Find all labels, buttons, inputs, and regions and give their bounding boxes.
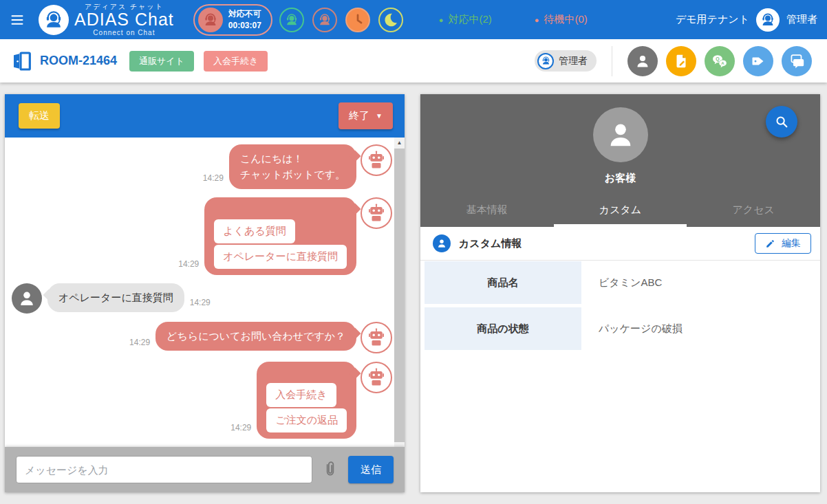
salmon-dot-icon: ● xyxy=(535,16,539,24)
bot-avatar-icon xyxy=(361,197,392,229)
bot-avatar-icon xyxy=(361,362,392,393)
attachment-paperclip-icon[interactable] xyxy=(321,461,339,479)
assigned-operator-chip[interactable]: 管理者 xyxy=(535,50,597,72)
custom-info-title: カスタム情報 xyxy=(459,237,755,250)
user-message-bubble: オペレーターに直接質問 xyxy=(47,283,184,313)
green-dot-icon: ● xyxy=(439,16,444,24)
edit-button-label: 編集 xyxy=(782,237,801,250)
brand-title: ADIAS Chat xyxy=(74,10,174,30)
search-button[interactable] xyxy=(766,106,797,138)
dropdown-caret-icon: ▼ xyxy=(376,112,383,120)
operator-headset-icon xyxy=(537,53,554,69)
chat-message-bot: 14:29 どちらについてお問い合わせですか？ xyxy=(12,322,392,353)
chat-message-bot-buttons: 14:29 よくある質問 オペレーターに直接質問 xyxy=(12,197,392,275)
tab-basic-info[interactable]: 基本情報 xyxy=(420,195,554,227)
message-area: 14:29 こんにちは！ チャットボットです。 14:29 よくある質問 オペレ… xyxy=(5,138,405,492)
field-row: 商品の状態 パッケージの破損 xyxy=(425,307,820,350)
status-available-icon[interactable] xyxy=(279,8,304,32)
operator-name: 管理者 xyxy=(559,55,588,67)
bot-avatar-icon xyxy=(361,144,392,176)
bot-avatar-icon xyxy=(361,322,392,353)
field-row: 商品名 ビタミンABC xyxy=(425,261,820,304)
room-id: ROOM-21464 xyxy=(40,54,117,68)
waiting-counter-label: 待機中(0) xyxy=(544,13,587,26)
active-counter-label: 対応中(2) xyxy=(448,13,491,26)
custom-fields-table: 商品名 ビタミンABC 商品の状態 パッケージの破損 xyxy=(420,261,820,350)
pencil-icon xyxy=(765,239,775,249)
end-chat-label: 終了 xyxy=(349,109,369,122)
transfer-button[interactable]: 転送 xyxy=(19,103,60,129)
message-time: 14:29 xyxy=(190,298,211,307)
message-time: 14:29 xyxy=(129,338,150,347)
message-time: 14:29 xyxy=(230,423,251,432)
customer-tabs: 基本情報 カスタム アクセス xyxy=(420,195,820,227)
chat-message-bot: 14:29 こんにちは！ チャットボットです。 xyxy=(12,144,392,189)
headset-logo-icon xyxy=(39,5,69,35)
bot-quick-replies: 入会手続き ご注文の返品 xyxy=(257,362,356,439)
customer-avatar-icon xyxy=(12,283,42,314)
send-button[interactable]: 送信 xyxy=(348,456,394,483)
tag-topic[interactable]: 入会手続き xyxy=(204,51,268,72)
message-time: 14:29 xyxy=(203,173,224,183)
waiting-counter: ● 待機中(0) xyxy=(535,13,588,26)
bot-quick-replies: よくある質問 オペレーターに直接質問 xyxy=(204,197,356,275)
room-toolbar: ROOM-21464 通販サイト 入会手続き 管理者 Q A xyxy=(0,39,827,83)
chat-scrollbar[interactable]: ▲ xyxy=(394,138,405,447)
chat-message-user: オペレーターに直接質問 14:29 xyxy=(12,283,392,314)
tenant-name: デモ用テナント xyxy=(676,13,749,26)
tab-custom[interactable]: カスタム xyxy=(554,195,687,227)
status-unavailable-icon[interactable] xyxy=(312,8,337,32)
admin-name: 管理者 xyxy=(786,13,817,26)
admin-avatar[interactable] xyxy=(756,8,780,32)
message-time: 14:29 xyxy=(178,259,199,269)
app-logo: アディアス チャット ADIAS Chat Connect on Chat xyxy=(39,3,174,37)
quick-reply-button[interactable]: 入会手続き xyxy=(266,383,336,407)
end-chat-button[interactable]: 終了 ▼ xyxy=(339,102,393,129)
status-away-clock-icon[interactable] xyxy=(345,8,370,32)
bot-message-bubble: こんにちは！ チャットボットです。 xyxy=(229,144,356,189)
memo-edit-button[interactable] xyxy=(666,46,696,76)
divider xyxy=(612,46,612,76)
brand-tagline: Connect on Chat xyxy=(93,29,155,36)
svg-text:Q: Q xyxy=(716,56,720,62)
message-input-bar: 送信 xyxy=(5,447,405,492)
headset-status-icon xyxy=(198,8,223,32)
customer-info-button[interactable] xyxy=(627,46,658,76)
brand-subtitle: アディアス チャット xyxy=(85,3,164,10)
quick-reply-button[interactable]: ご注文の返品 xyxy=(266,408,347,432)
custom-info-section-header: カスタム情報 編集 xyxy=(420,227,820,261)
customer-name: お客様 xyxy=(420,172,820,185)
quick-reply-button[interactable]: オペレーターに直接質問 xyxy=(214,245,347,269)
tag-site[interactable]: 通販サイト xyxy=(129,51,194,72)
chat-history-button[interactable] xyxy=(782,46,812,76)
chat-message-bot-buttons: 14:29 入会手続き ご注文の返品 xyxy=(12,362,392,439)
active-counter: ● 対応中(2) xyxy=(439,13,492,26)
customer-profile-avatar-icon xyxy=(593,107,648,162)
field-value: パッケージの破損 xyxy=(581,307,820,350)
menu-hamburger-icon[interactable] xyxy=(8,13,26,27)
tag-label-button[interactable] xyxy=(743,46,773,76)
customer-panel: お客様 基本情報 カスタム アクセス カスタム情報 編集 商品名 ビタミンABC… xyxy=(420,94,820,492)
field-value: ビタミンABC xyxy=(581,261,820,304)
customer-panel-header: お客様 基本情報 カスタム アクセス xyxy=(420,94,820,227)
message-input[interactable] xyxy=(16,456,312,483)
scrollbar-thumb[interactable] xyxy=(394,149,405,442)
chat-panel: 転送 終了 ▼ 14:29 こんにちは！ チャットボットです。 14:29 よく… xyxy=(5,94,405,492)
availability-label: 対応不可 xyxy=(228,8,261,20)
availability-status-button[interactable]: 対応不可 00:03:07 xyxy=(193,4,272,36)
quick-reply-button[interactable]: よくある質問 xyxy=(214,219,294,243)
qa-translate-button[interactable]: Q A xyxy=(705,46,735,76)
bot-message-bubble: どちらについてお問い合わせですか？ xyxy=(155,322,356,351)
availability-timer: 00:03:07 xyxy=(228,20,261,32)
scroll-up-arrow-icon[interactable]: ▲ xyxy=(394,138,405,148)
field-label: 商品の状態 xyxy=(425,307,581,350)
room-door-icon xyxy=(11,50,33,72)
tab-access[interactable]: アクセス xyxy=(687,195,820,227)
chat-panel-header: 転送 終了 ▼ xyxy=(5,94,405,138)
edit-button[interactable]: 編集 xyxy=(755,233,811,254)
field-label: 商品名 xyxy=(425,261,581,304)
top-app-bar: アディアス チャット ADIAS Chat Connect on Chat 対応… xyxy=(0,0,827,39)
person-circle-icon xyxy=(433,234,451,252)
svg-text:A: A xyxy=(721,61,724,65)
status-night-moon-icon[interactable] xyxy=(378,8,403,32)
